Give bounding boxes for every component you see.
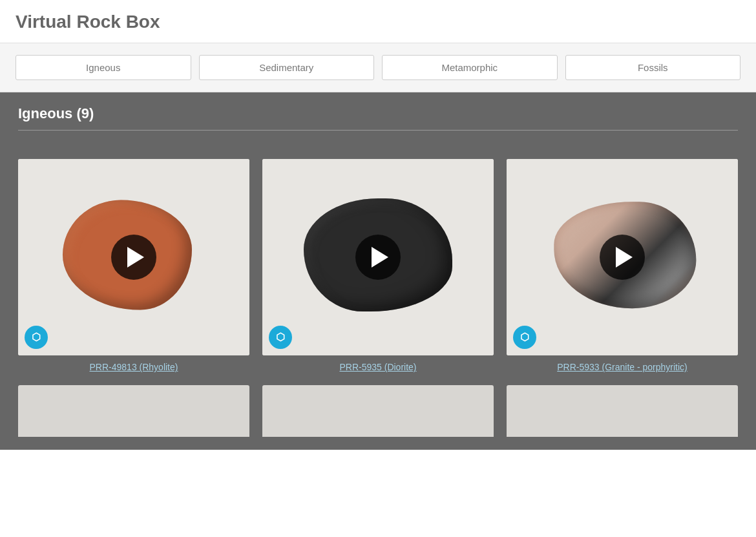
sketchfab-icon-granite: ⬡	[520, 332, 529, 342]
main-content: ⬡ PRR-49813 (Rhyolite) ⬡ PRR-5935 (Diori…	[0, 140, 756, 450]
rock-thumbnail-granite[interactable]: ⬡	[507, 159, 738, 355]
page-header: Virtual Rock Box	[0, 0, 756, 43]
rock-label-diorite[interactable]: PRR-5935 (Diorite)	[339, 362, 416, 372]
rock-card-diorite[interactable]: ⬡ PRR-5935 (Diorite)	[262, 159, 494, 372]
section-title: Igneous (9)	[18, 105, 738, 122]
sketchfab-icon-diorite: ⬡	[276, 332, 285, 342]
rock-card-rhyolite[interactable]: ⬡ PRR-49813 (Rhyolite)	[18, 159, 249, 372]
rock-thumb-partial-2	[262, 385, 494, 437]
rock-grid: ⬡ PRR-49813 (Rhyolite) ⬡ PRR-5935 (Diori…	[18, 159, 738, 372]
rock-label-granite[interactable]: PRR-5933 (Granite - porphyritic)	[557, 362, 688, 372]
nav-fossils-button[interactable]: Fossils	[565, 55, 741, 80]
play-button-diorite[interactable]	[355, 235, 401, 280]
rock-thumbnail-diorite[interactable]: ⬡	[262, 159, 494, 355]
nav-sedimentary-button[interactable]: Sedimentary	[199, 55, 375, 80]
rock-thumbnail-rhyolite[interactable]: ⬡	[18, 159, 249, 355]
sketchfab-icon-rhyolite: ⬡	[32, 332, 41, 342]
page-title: Virtual Rock Box	[16, 12, 740, 32]
nav-metamorphic-button[interactable]: Metamorphic	[382, 55, 558, 80]
rock-grid-bottom	[18, 385, 738, 437]
play-icon-rhyolite	[127, 247, 144, 268]
play-icon-diorite	[372, 247, 388, 268]
play-button-granite[interactable]	[600, 235, 645, 280]
nav-igneous-button[interactable]: Igneous	[16, 55, 191, 80]
category-nav: Igneous Sedimentary Metamorphic Fossils	[0, 43, 756, 92]
rock-thumb-partial-3	[507, 385, 738, 437]
rock-thumb-partial-1	[18, 385, 249, 437]
rock-label-rhyolite[interactable]: PRR-49813 (Rhyolite)	[90, 362, 178, 372]
play-button-rhyolite[interactable]	[111, 235, 156, 280]
section-header: Igneous (9)	[0, 92, 756, 140]
nav-button-group: Igneous Sedimentary Metamorphic Fossils	[16, 55, 740, 80]
rock-card-granite[interactable]: ⬡ PRR-5933 (Granite - porphyritic)	[507, 159, 738, 372]
play-icon-granite	[616, 247, 633, 268]
section-divider	[18, 130, 738, 131]
